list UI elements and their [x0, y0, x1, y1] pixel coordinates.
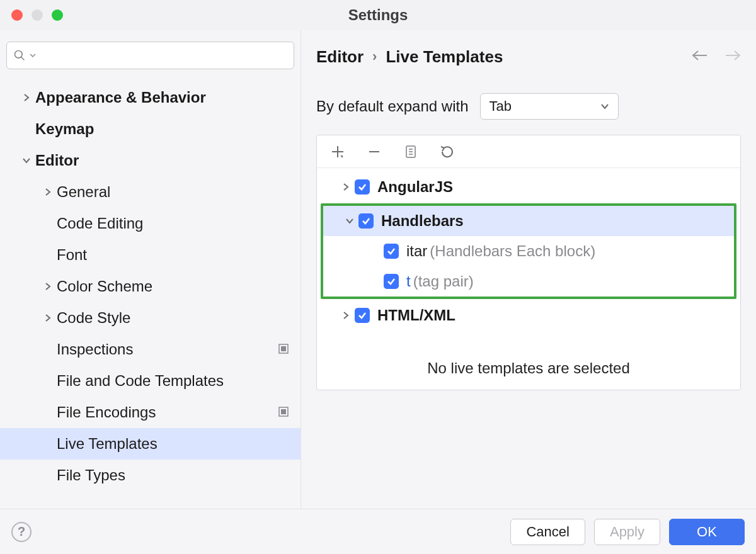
template-group-htmlxml[interactable]: HTML/XML: [317, 300, 740, 331]
sidebar-item-label: Keymap: [35, 120, 301, 138]
breadcrumb-root[interactable]: Editor: [316, 47, 364, 67]
sidebar-item-inspections[interactable]: Inspections: [0, 334, 301, 365]
sidebar-item-label: General: [57, 183, 301, 201]
svg-point-0: [15, 51, 23, 59]
sidebar-item-label: Editor: [35, 152, 301, 169]
minimize-window-icon[interactable]: [32, 9, 43, 21]
chevron-right-icon: [39, 188, 57, 196]
svg-rect-3: [281, 346, 286, 351]
sidebar-item-label: Font: [57, 246, 301, 264]
highlighted-region: Handlebars itar (Handlebars Each block) …: [321, 203, 736, 299]
profile-scope-icon: [278, 404, 289, 421]
expand-with-select[interactable]: Tab: [480, 93, 619, 120]
search-icon: [13, 49, 26, 62]
sidebar-item-file-types[interactable]: File Types: [0, 460, 301, 491]
checkbox-checked-icon[interactable]: [358, 213, 374, 229]
template-desc: (tag pair): [413, 273, 474, 290]
chevron-right-icon: [39, 282, 57, 291]
settings-sidebar: Appearance & BehaviorKeymapEditorGeneral…: [0, 30, 301, 509]
search-input[interactable]: [6, 42, 294, 69]
checkbox-checked-icon[interactable]: [355, 308, 370, 323]
chevron-down-icon: [30, 52, 36, 59]
chevron-right-icon: [39, 314, 57, 322]
sidebar-item-font[interactable]: Font: [0, 239, 301, 271]
template-group-angularjs[interactable]: AngularJS: [317, 172, 740, 202]
dialog-footer: ? Cancel Apply OK: [0, 509, 756, 554]
add-icon[interactable]: [328, 142, 347, 161]
sidebar-item-file-encodings[interactable]: File Encodings: [0, 397, 301, 428]
templates-toolbar: [317, 135, 740, 168]
apply-button[interactable]: Apply: [594, 519, 660, 545]
zoom-window-icon[interactable]: [52, 9, 63, 21]
nav-forward-icon[interactable]: [724, 50, 741, 64]
expand-with-value: Tab: [490, 98, 512, 115]
sidebar-item-file-and-code-templates[interactable]: File and Code Templates: [0, 365, 301, 397]
window-title: Settings: [348, 6, 408, 24]
sidebar-item-keymap[interactable]: Keymap: [0, 113, 301, 145]
template-name: itar: [406, 242, 427, 260]
chevron-right-icon: [18, 93, 35, 102]
group-label: HTML/XML: [377, 307, 455, 324]
copy-icon[interactable]: [401, 142, 420, 161]
sidebar-item-label: Code Editing: [57, 215, 301, 232]
breadcrumb: Editor › Live Templates: [316, 47, 503, 67]
template-name: t: [406, 273, 411, 290]
breadcrumb-leaf: Live Templates: [386, 47, 503, 67]
group-label: Handlebars: [381, 212, 464, 230]
sidebar-item-label: File Types: [57, 466, 301, 484]
titlebar: Settings: [0, 0, 756, 30]
chevron-right-icon: [337, 311, 355, 320]
sidebar-item-label: Code Style: [57, 309, 301, 327]
sidebar-item-appearance-behavior[interactable]: Appearance & Behavior: [0, 82, 301, 113]
settings-main: Editor › Live Templates By default expan…: [301, 30, 756, 509]
templates-list: AngularJS Handlebars itar (Handlebars Ea…: [317, 168, 740, 334]
chevron-down-icon: [600, 103, 609, 110]
sidebar-item-label: File Encodings: [57, 404, 278, 421]
sidebar-item-label: Appearance & Behavior: [35, 89, 301, 106]
profile-scope-icon: [278, 341, 289, 358]
sidebar-item-label: Color Scheme: [57, 278, 301, 295]
svg-rect-5: [281, 409, 286, 414]
sidebar-item-editor[interactable]: Editor: [0, 145, 301, 176]
template-group-handlebars[interactable]: Handlebars: [323, 206, 734, 236]
chevron-down-icon: [18, 157, 35, 164]
help-icon[interactable]: ?: [11, 522, 32, 542]
chevron-down-icon: [341, 217, 358, 225]
sidebar-item-color-scheme[interactable]: Color Scheme: [0, 271, 301, 302]
close-window-icon[interactable]: [11, 9, 23, 21]
expand-with-label: By default expand with: [316, 98, 469, 115]
checkbox-checked-icon[interactable]: [384, 274, 399, 289]
svg-line-1: [21, 57, 25, 60]
sidebar-item-code-editing[interactable]: Code Editing: [0, 208, 301, 239]
empty-state-text: No live templates are selected: [317, 334, 740, 390]
sidebar-item-live-templates[interactable]: Live Templates: [0, 428, 301, 460]
sidebar-item-general[interactable]: General: [0, 176, 301, 208]
template-desc: (Handlebars Each block): [430, 242, 595, 260]
remove-icon[interactable]: [365, 142, 384, 161]
group-label: AngularJS: [377, 178, 453, 196]
window-controls: [11, 9, 63, 21]
ok-button[interactable]: OK: [669, 519, 745, 545]
revert-icon[interactable]: [438, 142, 457, 161]
nav-back-icon[interactable]: [692, 50, 708, 64]
breadcrumb-separator: ›: [372, 48, 377, 65]
templates-panel: AngularJS Handlebars itar (Handlebars Ea…: [316, 135, 741, 390]
checkbox-checked-icon[interactable]: [384, 244, 399, 259]
sidebar-item-code-style[interactable]: Code Style: [0, 302, 301, 334]
sidebar-item-label: File and Code Templates: [57, 372, 301, 390]
cancel-button[interactable]: Cancel: [510, 519, 585, 545]
sidebar-item-label: Live Templates: [57, 435, 301, 453]
checkbox-checked-icon[interactable]: [355, 179, 370, 195]
settings-tree: Appearance & BehaviorKeymapEditorGeneral…: [0, 76, 301, 491]
template-item[interactable]: t (tag pair): [323, 266, 734, 297]
template-item[interactable]: itar (Handlebars Each block): [323, 236, 734, 266]
chevron-right-icon: [337, 183, 355, 191]
search-field[interactable]: [40, 48, 287, 63]
sidebar-item-label: Inspections: [57, 341, 278, 358]
